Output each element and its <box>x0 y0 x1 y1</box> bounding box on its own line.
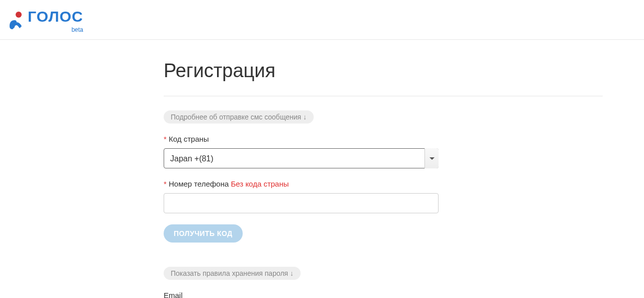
country-code-group: * Код страны Japan +(81) <box>164 135 603 168</box>
phone-warning-text: Без кода страны <box>231 180 289 188</box>
country-code-label: * Код страны <box>164 135 603 143</box>
logo-icon <box>8 11 24 30</box>
header: ГОЛОС beta <box>0 0 644 40</box>
page-title: Регистрация <box>164 60 603 82</box>
password-section: Показать правила хранения пароля ↓ Email <box>164 267 603 298</box>
phone-group: * Номер телефона Без кода страны <box>164 180 603 213</box>
logo-beta: beta <box>28 26 83 33</box>
email-label: Email <box>164 291 603 298</box>
required-marker: * <box>164 180 167 188</box>
main-content: Регистрация Подробнее об отправке смс со… <box>164 40 603 298</box>
sms-info-chip[interactable]: Подробнее об отправке смс сообщения ↓ <box>164 110 314 124</box>
phone-label-text: Номер телефона <box>169 180 229 188</box>
logo-link[interactable]: ГОЛОС beta <box>8 9 83 33</box>
logo-text: ГОЛОС <box>28 9 83 24</box>
svg-point-0 <box>16 12 22 18</box>
country-code-select-wrap: Japan +(81) <box>164 148 439 168</box>
title-divider <box>164 96 603 96</box>
email-group: Email <box>164 291 603 298</box>
password-info-chip[interactable]: Показать правила хранения пароля ↓ <box>164 267 301 280</box>
logo-text-block: ГОЛОС beta <box>28 9 83 33</box>
country-code-label-text: Код страны <box>169 135 209 143</box>
phone-input[interactable] <box>164 193 439 213</box>
get-code-button[interactable]: ПОЛУЧИТЬ КОД <box>164 224 243 243</box>
required-marker: * <box>164 135 167 143</box>
country-code-select[interactable]: Japan +(81) <box>164 148 439 168</box>
phone-label: * Номер телефона Без кода страны <box>164 180 603 188</box>
